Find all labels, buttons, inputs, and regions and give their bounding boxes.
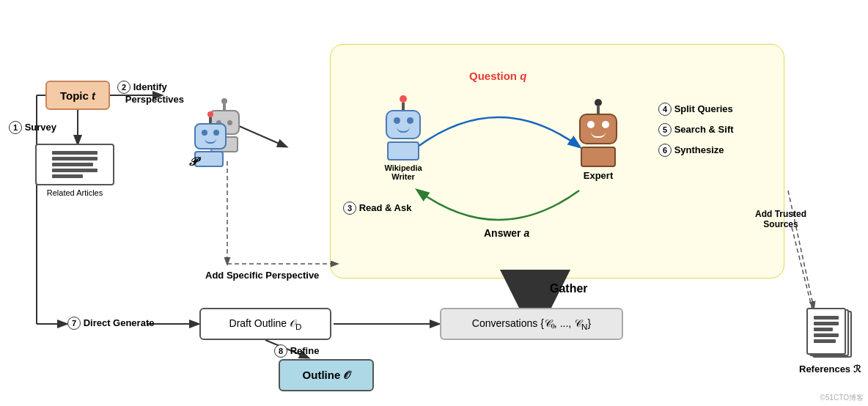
step5-circle: 5 bbox=[658, 123, 672, 136]
draft-outline-label: Draft Outline 𝒪D bbox=[229, 317, 302, 331]
svg-line-11 bbox=[792, 227, 814, 315]
conversations-label: Conversations {𝒞₀, ..., 𝒞N} bbox=[472, 317, 591, 331]
step4-circle: 4 bbox=[658, 103, 672, 116]
related-articles-label: Related Articles bbox=[35, 188, 114, 197]
conversations-box: Conversations {𝒞₀, ..., 𝒞N} bbox=[440, 308, 623, 340]
references-label: References ℛ bbox=[799, 363, 861, 374]
expert-label: Expert bbox=[584, 170, 613, 181]
add-specific-perspective-label: Add Specific Perspective bbox=[205, 270, 319, 281]
answer-label: Answer a bbox=[484, 227, 529, 239]
diagram-container: Topic t Related Articles 1 Survey 2 Iden… bbox=[0, 0, 868, 406]
step7-label: 7 Direct Generate bbox=[67, 317, 154, 330]
related-articles-box: Related Articles bbox=[35, 144, 114, 197]
step3-circle: 3 bbox=[343, 202, 356, 215]
step2-label: 2 Identify Perspectives bbox=[117, 81, 184, 105]
step6-label: 6 Synthesize bbox=[658, 144, 724, 157]
writer-label: WikipediaWriter bbox=[374, 163, 433, 181]
gather-label: Gather bbox=[550, 282, 588, 295]
step6-circle: 6 bbox=[658, 144, 672, 157]
step1-label: 1 Survey bbox=[9, 121, 56, 134]
question-label: Question q bbox=[469, 70, 526, 82]
topic-label: Topic t bbox=[60, 89, 95, 102]
outline-label: Outline 𝒪 bbox=[303, 369, 350, 382]
add-trusted-sources-label: Add TrustedSources bbox=[755, 209, 806, 229]
step2-circle: 2 bbox=[117, 81, 130, 94]
watermark: ©51CTO博客 bbox=[820, 393, 864, 403]
step3-label: 3 Read & Ask bbox=[343, 202, 411, 215]
step7-circle: 7 bbox=[67, 317, 81, 330]
references-box: References ℛ bbox=[799, 308, 861, 374]
step5-label: 5 Search & Sift bbox=[658, 123, 734, 136]
perspective-label: 𝒫 bbox=[188, 155, 196, 169]
step8-circle: 8 bbox=[274, 344, 287, 358]
step8-label: 8 Refine bbox=[274, 344, 319, 358]
svg-line-12 bbox=[788, 191, 814, 308]
topic-box: Topic t bbox=[45, 81, 110, 110]
step1-circle: 1 bbox=[9, 121, 22, 134]
outline-box: Outline 𝒪 bbox=[279, 359, 374, 391]
step4-label: 4 Split Queries bbox=[658, 103, 733, 116]
expert-robot: Expert bbox=[579, 114, 617, 181]
draft-outline-box: Draft Outline 𝒪D bbox=[199, 308, 331, 340]
wikipedia-writer-robot: WikipediaWriter bbox=[374, 110, 433, 181]
